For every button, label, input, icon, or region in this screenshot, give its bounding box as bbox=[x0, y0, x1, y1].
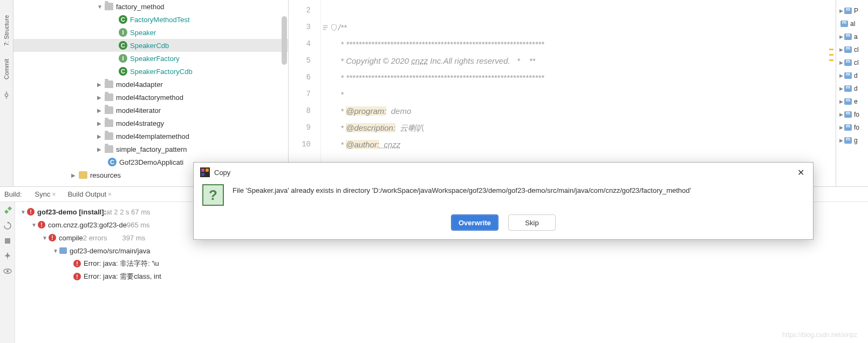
interface-icon: I bbox=[119, 28, 127, 37]
chevron-down-icon[interactable]: ▼ bbox=[19, 209, 27, 215]
right-panel-item[interactable]: ▶d bbox=[836, 69, 868, 82]
right-panel-item[interactable]: ▶d bbox=[836, 82, 868, 95]
chevron-right-icon[interactable]: ▶ bbox=[97, 146, 104, 152]
tree-label: Gof23DemoApplicati bbox=[119, 158, 183, 166]
eye-icon[interactable] bbox=[3, 267, 12, 275]
tree-folder-model4strategy[interactable]: ▶ model4strategy bbox=[13, 117, 288, 130]
line-number: 7 bbox=[289, 86, 320, 103]
copy-dialog: Copy ✕ ? File 'Speaker.java' already exi… bbox=[193, 162, 814, 240]
folder-icon bbox=[105, 106, 113, 114]
resources-icon bbox=[79, 171, 87, 179]
error-icon: ! bbox=[38, 221, 45, 228]
commit-tab[interactable]: Commit bbox=[2, 55, 11, 84]
svg-point-0 bbox=[5, 93, 8, 96]
build-toolbar bbox=[0, 202, 15, 343]
dialog-title: Copy bbox=[214, 169, 795, 177]
tree-folder-factory-method[interactable]: ▼ factory_method bbox=[13, 0, 288, 13]
chevron-right-icon[interactable]: ▶ bbox=[97, 107, 104, 113]
project-tree[interactable]: ▼ factory_method C FactoryMethodTest I S… bbox=[13, 0, 289, 186]
line-number: 6 bbox=[289, 69, 320, 86]
build-text: compile bbox=[59, 234, 83, 242]
build-text: Error: java: 需要class, int bbox=[84, 272, 161, 281]
dialog-titlebar[interactable]: Copy ✕ bbox=[194, 163, 813, 182]
shield-icon bbox=[330, 24, 338, 31]
structure-tab[interactable]: 7: Structure bbox=[2, 11, 11, 50]
tree-label: model4adapter bbox=[116, 80, 163, 89]
chevron-right-icon[interactable]: ▶ bbox=[97, 133, 104, 139]
tree-class-speakercdb[interactable]: C SpeakerCdb bbox=[13, 39, 288, 52]
question-icon: ? bbox=[202, 184, 224, 206]
tree-class-speakerfactorycdb[interactable]: C SpeakerFactoryCdb bbox=[13, 65, 288, 78]
right-panel-item[interactable]: ▶a bbox=[836, 30, 868, 43]
chevron-right-icon[interactable]: ▶ bbox=[71, 172, 78, 178]
overwrite-button[interactable]: Overwrite bbox=[451, 214, 498, 231]
code-line: * bbox=[338, 86, 836, 103]
tab-sync[interactable]: Sync× bbox=[32, 189, 59, 200]
class-icon: C bbox=[119, 15, 127, 24]
hammer-icon[interactable] bbox=[3, 206, 12, 215]
skip-button[interactable]: Skip bbox=[508, 214, 556, 231]
close-icon[interactable]: × bbox=[108, 191, 112, 198]
project-scrollbar[interactable] bbox=[281, 0, 288, 186]
close-icon[interactable]: × bbox=[52, 191, 56, 198]
refresh-icon[interactable] bbox=[3, 221, 12, 230]
build-time: at 2 2 s 67 ms bbox=[106, 208, 151, 216]
module-icon bbox=[59, 247, 67, 254]
right-panel-item[interactable]: al bbox=[836, 17, 868, 30]
code-editor[interactable]: 2 3 4 5 6 7 8 9 10 /** * ***************… bbox=[289, 0, 836, 186]
build-row-error[interactable]: ! Error: java: 非法字符: '\u bbox=[15, 257, 868, 270]
module-icon bbox=[844, 33, 852, 40]
line-number: 4 bbox=[289, 36, 320, 52]
right-panel-item[interactable]: ▶g bbox=[836, 134, 868, 147]
tree-folder-simple-factory-pattern[interactable]: ▶ simple_factory_pattern bbox=[13, 143, 288, 156]
stop-icon[interactable] bbox=[3, 237, 12, 245]
right-panel-item[interactable]: ▶fo bbox=[836, 121, 868, 134]
tree-folder-model4templatemethod[interactable]: ▶ model4templatemethod bbox=[13, 130, 288, 143]
chevron-right-icon[interactable]: ▶ bbox=[97, 82, 104, 88]
chevron-right-icon[interactable]: ▶ bbox=[97, 120, 104, 126]
code-line: * @author: cnzz bbox=[338, 136, 836, 153]
folder-icon bbox=[105, 132, 113, 140]
svg-rect-8 bbox=[206, 169, 209, 172]
build-text: gof23-demo [install]: bbox=[37, 208, 106, 216]
module-icon bbox=[844, 98, 852, 105]
tab-build-output[interactable]: Build Output× bbox=[64, 189, 115, 200]
code-line: * Copyright © 2020 cnzz Inc.All rights r… bbox=[338, 52, 836, 69]
chevron-down-icon[interactable]: ▼ bbox=[97, 4, 104, 10]
dialog-message: File 'Speaker.java' already exists in di… bbox=[233, 184, 691, 206]
tree-label: model4templatemethod bbox=[116, 132, 189, 140]
module-icon bbox=[840, 21, 848, 27]
right-panel-item[interactable]: ▶P bbox=[836, 4, 868, 17]
right-panel-item[interactable]: ▶cl bbox=[836, 43, 868, 56]
pin-icon[interactable] bbox=[3, 252, 12, 260]
tree-class-factorymethodtest[interactable]: C FactoryMethodTest bbox=[13, 13, 288, 26]
build-row-source[interactable]: ▼ gof23-demo/src/main/java bbox=[15, 244, 868, 257]
close-icon[interactable]: ✕ bbox=[795, 165, 807, 180]
editor-marker-strip[interactable] bbox=[828, 0, 836, 186]
tree-interface-speaker[interactable]: I Speaker bbox=[13, 26, 288, 39]
svg-point-5 bbox=[6, 270, 9, 272]
right-panel-item[interactable]: ▶e bbox=[836, 95, 868, 108]
tree-folder-model4iterator[interactable]: ▶ model4iterator bbox=[13, 104, 288, 117]
module-icon bbox=[844, 111, 852, 118]
chevron-right-icon[interactable]: ▶ bbox=[97, 95, 104, 100]
intellij-icon bbox=[200, 167, 210, 177]
chevron-down-icon[interactable]: ▼ bbox=[30, 222, 38, 228]
folder-icon bbox=[105, 119, 113, 127]
right-panel-item[interactable]: ▶fo bbox=[836, 108, 868, 121]
tree-folder-model4factorymethod[interactable]: ▶ model4factorymethod bbox=[13, 91, 288, 104]
tree-folder-model4adapter[interactable]: ▶ model4adapter bbox=[13, 78, 288, 91]
right-file-panel[interactable]: ▶P al ▶a ▶cl ▶cl ▶d ▶d ▶e ▶fo ▶fo ▶g bbox=[836, 0, 868, 186]
code-line: /** bbox=[338, 19, 836, 36]
build-row-error[interactable]: ! Error: java: 需要class, int bbox=[15, 270, 868, 283]
tree-label: SpeakerFactoryCdb bbox=[130, 68, 193, 76]
tree-interface-speakerfactory[interactable]: I SpeakerFactory bbox=[13, 52, 288, 65]
editor-gutter: 2 3 4 5 6 7 8 9 10 bbox=[289, 0, 321, 186]
tree-label: model4factorymethod bbox=[116, 93, 183, 102]
chevron-down-icon[interactable]: ▼ bbox=[52, 248, 59, 254]
build-time: 965 ms bbox=[127, 221, 150, 229]
code-area[interactable]: /** * **********************************… bbox=[338, 0, 836, 186]
build-time: 397 ms bbox=[122, 234, 146, 242]
right-panel-item[interactable]: ▶cl bbox=[836, 56, 868, 69]
chevron-down-icon[interactable]: ▼ bbox=[41, 235, 49, 241]
